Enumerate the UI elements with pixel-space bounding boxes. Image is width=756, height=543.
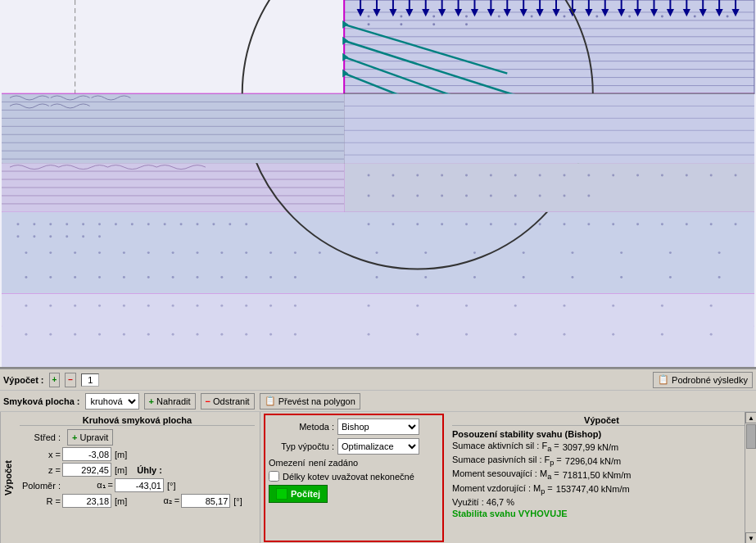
svg-point-185 (563, 305, 565, 307)
svg-point-167 (718, 276, 721, 278)
svg-rect-233 (344, 163, 754, 212)
vyuziti-row: Využití : 46,7 % (452, 497, 751, 507)
svg-point-187 (661, 305, 663, 307)
svg-point-158 (269, 276, 272, 278)
svg-point-115 (465, 223, 468, 225)
middle-panel: Metoda : Bishop Fellenius Spencer Typ vý… (264, 414, 444, 542)
svg-point-166 (669, 276, 672, 278)
add-calculation-button[interactable]: + (49, 373, 61, 387)
remove-calculation-button[interactable]: − (65, 373, 76, 387)
scroll-up-button[interactable]: ▲ (745, 412, 756, 423)
svg-point-136 (245, 251, 247, 254)
metoda-select[interactable]: Bishop Fellenius Spencer (337, 419, 419, 435)
vypocet-label: Výpočet : (3, 375, 44, 385)
pocitej-row: Počítej (269, 485, 439, 503)
delky-checkbox[interactable] (269, 471, 279, 482)
svg-point-173 (123, 305, 125, 307)
svg-point-192 (98, 333, 101, 336)
svg-point-246 (661, 174, 663, 177)
svg-point-191 (74, 333, 76, 336)
svg-point-253 (441, 194, 443, 197)
alpha1-input[interactable] (115, 478, 164, 492)
svg-rect-89 (2, 212, 754, 294)
omezeni-row: Omezení není zadáno (269, 458, 439, 468)
pocitej-button[interactable]: Počítej (269, 485, 328, 503)
stred-row: Střed : + Upravit (20, 429, 255, 446)
z-row: z = [m] Úhly : (20, 463, 255, 477)
svg-point-193 (123, 333, 125, 336)
podrobne-vysledky-button[interactable]: 📋 Podrobné výsledky (653, 372, 753, 388)
svg-point-236 (416, 174, 419, 177)
svg-point-131 (123, 251, 125, 254)
svg-point-239 (490, 174, 492, 177)
svg-point-129 (74, 251, 76, 254)
prevest-button[interactable]: 📋 Převést na polygon (260, 393, 360, 410)
svg-point-95 (98, 223, 101, 225)
svg-point-243 (587, 174, 590, 177)
typ-row: Typ výpočtu : Optimalizace Přímý výpočet (269, 438, 439, 455)
svg-point-153 (147, 276, 150, 278)
svg-point-155 (196, 276, 198, 278)
R-label: R = (20, 496, 61, 506)
svg-point-190 (49, 333, 52, 336)
svg-point-21 (628, 15, 631, 17)
svg-point-244 (612, 174, 614, 177)
svg-point-99 (164, 223, 166, 225)
R-row: R = [m] α₂ = [°] (20, 494, 255, 508)
uhly-label: Úhly : (137, 465, 162, 475)
svg-point-179 (269, 305, 272, 307)
svg-point-13 (368, 15, 370, 17)
alpha2-input[interactable] (181, 494, 230, 508)
svg-point-14 (400, 15, 402, 17)
svg-rect-168 (2, 293, 754, 367)
right-panel-title: Výpočet (452, 415, 751, 426)
svg-point-140 (376, 251, 378, 254)
svg-point-124 (686, 223, 688, 225)
svg-point-123 (661, 223, 663, 225)
svg-point-163 (523, 276, 525, 278)
svg-point-92 (49, 223, 52, 225)
svg-point-199 (269, 333, 272, 336)
svg-point-111 (368, 223, 370, 225)
smykova-select[interactable]: kruhová (85, 393, 139, 410)
right-scrollbar[interactable]: ▲ ▼ (745, 412, 756, 543)
svg-rect-227 (344, 93, 754, 163)
svg-point-202 (416, 333, 419, 336)
svg-point-19 (563, 15, 565, 17)
svg-point-206 (612, 333, 614, 336)
calculation-counter: 1 (81, 373, 99, 387)
svg-point-165 (620, 276, 622, 278)
svg-point-20 (595, 15, 598, 17)
svg-point-28 (465, 23, 468, 25)
svg-point-109 (82, 235, 84, 238)
upravit-button[interactable]: + Upravit (67, 429, 113, 446)
moment-sesou-value: 71811,50 kNm/m (563, 470, 632, 480)
svg-point-204 (514, 333, 517, 336)
svg-point-207 (661, 333, 663, 336)
svg-point-258 (563, 194, 565, 197)
z-input[interactable] (62, 463, 111, 477)
moment-vzdor-value: 153747,40 kNm/m (556, 484, 630, 494)
svg-point-142 (473, 251, 476, 254)
odstranit-button[interactable]: − Odstranit (201, 393, 255, 410)
svg-point-134 (196, 251, 198, 254)
R-input[interactable] (62, 494, 111, 508)
scroll-thumb[interactable] (746, 424, 756, 449)
svg-point-159 (294, 276, 297, 278)
svg-rect-210 (2, 93, 344, 163)
typ-select[interactable]: Optimalizace Přímý výpočet (337, 438, 419, 455)
pocitej-icon (276, 488, 287, 500)
svg-point-90 (16, 223, 19, 225)
main-content: Výpočet Kruhová smyková plocha Střed : +… (0, 412, 756, 543)
svg-point-120 (587, 223, 590, 225)
svg-point-106 (33, 235, 35, 238)
svg-point-176 (196, 305, 198, 307)
x-input[interactable] (62, 447, 111, 461)
alpha2-label: α₂ = (138, 495, 179, 506)
nahradit-button[interactable]: + Nahradit (144, 393, 196, 410)
delky-row: Délky kotev uvažovat nekonečné (269, 471, 439, 482)
svg-point-234 (368, 174, 370, 177)
svg-point-203 (465, 333, 468, 336)
svg-point-135 (220, 251, 223, 254)
scroll-down-button[interactable]: ▼ (745, 532, 756, 543)
